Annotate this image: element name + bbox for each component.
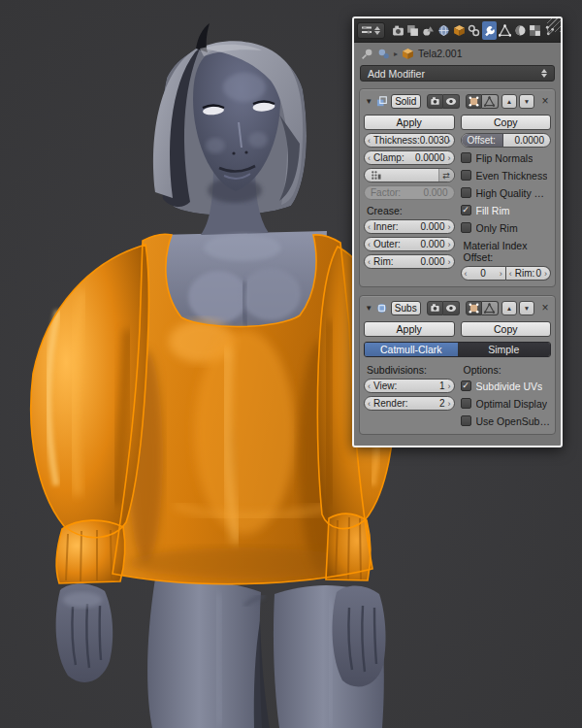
- thickness-field[interactable]: Thickness: 0.0030: [364, 133, 455, 148]
- tab-constraints[interactable]: [468, 21, 482, 40]
- object-cube-icon: [453, 24, 466, 37]
- texture-checker-icon: [529, 24, 541, 37]
- subsurf-name-field[interactable]: Subs: [391, 301, 421, 315]
- cage-edit-toggle[interactable]: [482, 94, 499, 109]
- tab-material[interactable]: [513, 21, 528, 40]
- flip-normals-checkbox[interactable]: ✓ Flip Normals: [461, 150, 552, 165]
- tab-world[interactable]: [436, 21, 451, 40]
- material-offset-field[interactable]: 0: [461, 266, 506, 281]
- use-opensubdiv-checkbox[interactable]: ✓ Use OpenSubdiv: [461, 414, 552, 428]
- pin-icon[interactable]: [361, 48, 373, 60]
- constraints-chain-icon: [468, 24, 480, 37]
- tab-scene[interactable]: [421, 21, 436, 40]
- checkbox-icon: ✓: [461, 398, 471, 409]
- move-modifier-up-button[interactable]: ▲: [501, 301, 517, 315]
- expand-arrow-icon[interactable]: ▼: [364, 97, 373, 106]
- tab-modifiers[interactable]: [482, 21, 497, 40]
- tab-render[interactable]: [391, 21, 405, 40]
- render-visibility-toggle[interactable]: [427, 94, 443, 109]
- solidify-modifier-box: ▼ Solid: [359, 88, 556, 287]
- move-modifier-down-button[interactable]: ▼: [519, 301, 534, 315]
- camera-icon: [392, 24, 404, 37]
- even-thickness-checkbox[interactable]: ✓ Even Thickness: [461, 168, 552, 182]
- subsurf-modifier-box: ▼ Subs: [359, 295, 556, 435]
- editmode-display-toggle[interactable]: [466, 301, 482, 315]
- dropdown-chevrons-icon: [541, 69, 547, 78]
- subdivide-uvs-checkbox[interactable]: ✓ Subdivide UVs: [461, 379, 552, 393]
- vertex-group-icon: [371, 170, 381, 181]
- checkbox-icon: ✓: [461, 152, 471, 163]
- offset-slider[interactable]: Offset: 0.0000: [461, 133, 552, 148]
- subdivision-type-segmented: Catmull-Clark Simple: [364, 342, 551, 357]
- simple-button[interactable]: Simple: [458, 343, 551, 356]
- subsurf-left-column: Subdivisions: View: 1 Render: 2: [364, 362, 455, 428]
- factor-field[interactable]: Factor: 0.000: [364, 185, 455, 200]
- camera-icon: [430, 303, 440, 313]
- high-quality-normals-checkbox[interactable]: ✓ High Quality Nor...: [461, 185, 552, 200]
- clamp-field[interactable]: Clamp: 0.0000: [364, 150, 455, 165]
- breadcrumb-arrow-icon: ▸: [394, 50, 398, 58]
- object-context-icon[interactable]: [377, 48, 390, 60]
- breadcrumb: ▸ Tela2.001: [354, 43, 561, 64]
- subsurf-modifier-icon: [376, 302, 387, 314]
- subsurf-header: ▼ Subs: [364, 299, 551, 316]
- solidify-modifier-icon: [376, 95, 387, 108]
- only-rim-checkbox[interactable]: ✓ Only Rim: [461, 220, 552, 235]
- expand-arrow-icon[interactable]: ▼: [364, 304, 373, 313]
- scene-icon: [422, 24, 435, 37]
- tab-texture[interactable]: [528, 21, 542, 40]
- apply-button[interactable]: Apply: [364, 115, 455, 130]
- checkbox-icon: ✓: [461, 187, 471, 198]
- optimal-display-checkbox[interactable]: ✓ Optimal Display: [461, 396, 552, 411]
- move-modifier-down-button[interactable]: ▼: [519, 94, 534, 109]
- subsurf-right-column: Options: ✓ Subdivide UVs ✓ Optimal Displ…: [461, 362, 552, 428]
- add-modifier-dropdown[interactable]: Add Modifier: [360, 65, 555, 82]
- invert-vertex-group-button[interactable]: ⇄: [438, 169, 454, 182]
- cage-icon: [484, 96, 495, 107]
- mesh-object-icon: [402, 48, 414, 60]
- apply-button[interactable]: Apply: [364, 321, 455, 337]
- fill-rim-checkbox[interactable]: ✓ Fill Rim: [461, 203, 552, 217]
- crease-outer-field[interactable]: Outer: 0.000: [364, 237, 455, 251]
- viewport-visibility-toggle[interactable]: [443, 94, 460, 109]
- delete-modifier-button[interactable]: ×: [539, 301, 551, 314]
- vertex-group-field[interactable]: ⇄: [364, 168, 455, 182]
- panel-corner-grip[interactable]: [547, 18, 561, 32]
- properties-panel: ▸ Tela2.001 Add Modifier ▼ Solid: [352, 17, 563, 447]
- solidify-right-column: Copy Offset: 0.0000 ✓ Flip Normals ✓ Eve…: [461, 115, 552, 281]
- render-visibility-toggle[interactable]: [427, 301, 443, 315]
- delete-modifier-button[interactable]: ×: [539, 94, 551, 108]
- world-icon: [437, 24, 450, 37]
- crease-rim-field[interactable]: Rim: 0.000: [364, 254, 455, 269]
- viewport-visibility-toggle[interactable]: [443, 301, 460, 315]
- solidify-header: ▼ Solid: [364, 92, 551, 110]
- editor-type-chevrons: [374, 26, 380, 35]
- editmode-display-toggle[interactable]: [466, 94, 482, 109]
- editor-type-button[interactable]: [357, 22, 385, 39]
- breadcrumb-object-name[interactable]: Tela2.001: [418, 48, 463, 59]
- cage-edit-toggle[interactable]: [482, 301, 499, 315]
- tab-object-data[interactable]: [498, 21, 512, 40]
- left-hand: [56, 583, 113, 682]
- options-label: Options:: [461, 362, 552, 376]
- solidify-name-field[interactable]: Solid: [391, 94, 421, 109]
- crease-inner-field[interactable]: Inner: 0.000: [364, 219, 455, 234]
- render-layers-icon: [406, 24, 419, 37]
- catmull-clark-button[interactable]: Catmull-Clark: [365, 343, 458, 356]
- mesh-data-icon: [499, 24, 511, 37]
- move-modifier-up-button[interactable]: ▲: [501, 94, 517, 109]
- checkbox-icon: ✓: [461, 205, 471, 215]
- tab-render-layers[interactable]: [406, 21, 421, 40]
- view-subdivisions-field[interactable]: View: 1: [364, 379, 455, 393]
- add-modifier-label: Add Modifier: [368, 68, 425, 80]
- render-subdivisions-field[interactable]: Render: 2: [364, 396, 455, 411]
- material-index-offset-block: Material Index Offset: 0 Rim: 0: [461, 238, 552, 281]
- solidify-left-column: Apply Thickness: 0.0030 Clamp: 0.0000 ⇄: [364, 115, 455, 281]
- copy-button[interactable]: Copy: [461, 115, 552, 130]
- material-rim-offset-field[interactable]: Rim: 0: [506, 266, 551, 281]
- copy-button[interactable]: Copy: [461, 321, 552, 337]
- blender-window: ▸ Tela2.001 Add Modifier ▼ Solid: [0, 0, 582, 728]
- wrench-icon: [483, 24, 496, 37]
- camera-icon: [430, 96, 440, 106]
- tab-object[interactable]: [452, 21, 467, 40]
